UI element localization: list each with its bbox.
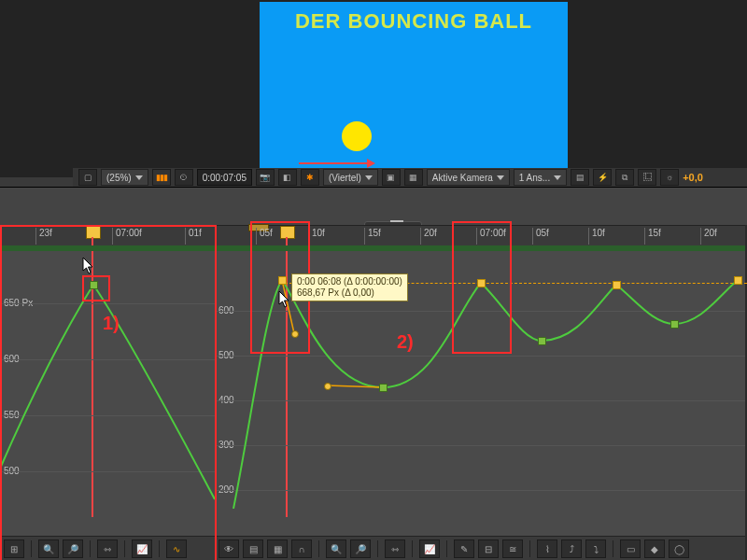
resolution-label: (Viertel) [329,173,361,183]
edit-selected-icon[interactable]: ✎ [454,539,474,558]
resolution-dropdown[interactable]: (Viertel) [323,169,378,186]
views-label: 1 Ans... [519,173,550,183]
value-tooltip: 0:00 06:08 (Δ 0:00:00:00) 668,67 Px (Δ 0… [291,273,408,301]
views-dropdown[interactable]: 1 Ans... [514,169,567,186]
camera-dropdown[interactable]: Aktive Kamera [427,169,510,186]
dimension-icon[interactable]: ▦ [267,539,288,558]
zoom-label: (25%) [106,173,132,183]
eye-icon[interactable]: 👁 [218,539,239,558]
camera-label: Aktive Kamera [432,173,493,183]
annotation-frame-left [0,225,217,560]
separate-dim-icon[interactable]: ⊟ [478,539,499,558]
convert-expression-icon[interactable]: ≅ [502,539,523,558]
ruler-tick: 10f [308,228,325,245]
auto-bezier-icon[interactable]: ◯ [669,539,689,558]
graph-editor: 23f 07:00f 01f 650 Px 600 550 500 1) [0,225,747,560]
preview-viewport-bg: DER BOUNCING BALL [0,0,747,177]
ruler-tick: 15f [644,228,661,245]
keyframe[interactable] [734,276,742,285]
ruler-tick: 20f [420,228,437,245]
keyframe[interactable] [613,281,621,289]
bezier-handle[interactable] [324,383,331,390]
pixel-aspect-icon[interactable]: ▤ [571,169,589,186]
preview-panel: DER BOUNCING BALL ▢ (25%) ▮▮▮ ⏲ 0:00:07:… [0,0,747,187]
linear-kf-icon[interactable]: ◆ [644,539,665,558]
graph-type-dropdown-icon[interactable]: 📈 [419,539,440,558]
timecode-toggle-icon[interactable]: ⏲ [175,169,193,186]
flowchart-icon[interactable]: ⿺ [638,169,656,186]
graph-right-segment: 05f 10f 15f 20f 07:00f 05f 10f 15f 20f 6… [215,225,747,560]
annotation-2: 2) [397,331,414,353]
tooltip-value: 668,67 Px (Δ 0,00) [297,287,402,299]
zoom-dropdown[interactable]: (25%) [101,169,148,186]
fit-all-icon[interactable]: ⇿ [385,539,405,558]
tooltip-time: 0:00 06:08 (Δ 0:00:00:00) [297,276,402,287]
current-time[interactable]: 0:00:07:05 [197,169,252,186]
graph-canvas-right[interactable]: 600 500 400 300 200 [215,247,745,509]
exposure-value[interactable]: +0,0 [683,172,703,183]
preview-toolbar: ▢ (25%) ▮▮▮ ⏲ 0:00:07:05 📷 ◧ ✱ (Viertel)… [73,168,747,187]
transparency-grid-icon[interactable]: ▦ [404,169,423,186]
ease-in-icon[interactable]: ⤴ [561,539,582,558]
layout-icon[interactable]: ▢ [78,169,97,186]
zoom-out-icon[interactable]: 🔎 [350,539,371,558]
bouncing-ball [342,121,372,151]
right-bottom-bar: 👁 ▤ ▦ ∩ 🔍 🔎 ⇿ 📈 ✎ ⊟ ≅ ⌇ ⤴ ⤵ ▭ ◆ ◯ [215,536,745,560]
reset-exposure-icon[interactable]: ☼ [660,169,679,186]
snapshot-icon[interactable]: 📷 [256,169,275,186]
ruler-tick: 10f [588,228,605,245]
composition-canvas[interactable]: DER BOUNCING BALL [260,2,568,175]
ruler-tick: 20f [700,228,717,245]
ruler-tick: 05f [532,228,549,245]
keyframe[interactable] [670,320,679,329]
hold-kf-icon[interactable]: ▭ [620,539,641,558]
color-channel-icon[interactable]: ✱ [301,169,319,186]
fast-preview-icon[interactable]: ⚡ [593,169,612,186]
zoom-in-icon[interactable]: 🔍 [326,539,346,558]
keyframe[interactable] [538,337,546,345]
graph-options-icon[interactable]: ▤ [243,539,263,558]
annotation-box-2 [452,221,512,354]
ruler-tick: 15f [364,228,381,245]
ease-out-icon[interactable]: ⤵ [585,539,606,558]
show-snapshot-icon[interactable]: ◧ [278,169,297,186]
keyframe[interactable] [379,384,388,392]
snap-icon[interactable]: ∩ [291,539,312,558]
composition-title-text: DER BOUNCING BALL [260,9,568,34]
timeline-button-icon[interactable]: ⧉ [615,169,634,186]
rgb-squares-icon[interactable]: ▮▮▮ [152,169,171,186]
easy-ease-icon[interactable]: ⌇ [537,539,557,558]
roi-icon[interactable]: ▣ [382,169,401,186]
panel-divider[interactable] [0,187,747,225]
